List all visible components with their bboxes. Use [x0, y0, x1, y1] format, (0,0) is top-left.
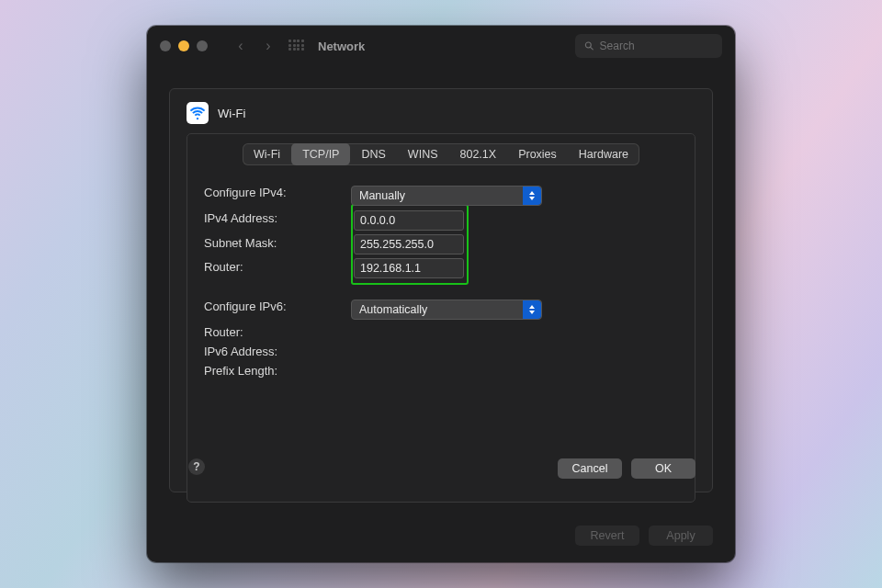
apply-button[interactable]: Apply: [649, 526, 713, 546]
prefix-length-value: [351, 364, 553, 378]
configure-ipv4-value: Manually: [359, 189, 405, 202]
chevron-updown-icon: [523, 300, 541, 319]
close-button[interactable]: [160, 40, 171, 51]
tab-8021x[interactable]: 802.1X: [449, 143, 508, 165]
ipv4-address-input[interactable]: [354, 210, 464, 231]
panel-header: Wi-Fi: [187, 102, 695, 124]
search-input[interactable]: [600, 40, 713, 52]
minimize-button[interactable]: [178, 40, 189, 51]
ipv6-address-label: IPv6 Address:: [204, 345, 342, 358]
traffic-lights: [160, 40, 208, 51]
back-button[interactable]: ‹: [232, 38, 250, 54]
router-v4-label: Router:: [204, 260, 342, 279]
panel-title: Wi-Fi: [218, 107, 245, 120]
show-all-icon[interactable]: [288, 40, 305, 52]
router-v6-label: Router:: [204, 325, 342, 339]
tab-wifi[interactable]: Wi-Fi: [243, 143, 291, 165]
forward-button[interactable]: ›: [259, 38, 277, 54]
search-icon: [584, 40, 594, 51]
configure-ipv6-select[interactable]: Automatically: [351, 300, 542, 320]
tab-proxies[interactable]: Proxies: [507, 143, 568, 165]
tab-hardware[interactable]: Hardware: [568, 143, 639, 165]
subnet-mask-input[interactable]: [354, 234, 464, 254]
tab-tcpip[interactable]: TCP/IP: [291, 143, 350, 165]
tab-dns[interactable]: DNS: [350, 143, 396, 165]
ipv6-address-value: [351, 345, 553, 358]
wifi-icon: [187, 102, 209, 124]
router-v4-input[interactable]: [354, 258, 464, 278]
zoom-button[interactable]: [197, 40, 208, 51]
advanced-panel: Wi-Fi Wi-Fi TCP/IP DNS WINS 802.1X Proxi…: [169, 88, 713, 492]
configure-ipv4-label: Configure IPv4:: [204, 186, 342, 206]
help-button[interactable]: ?: [188, 458, 205, 475]
search-field[interactable]: [575, 34, 722, 58]
svg-line-1: [591, 47, 594, 50]
tab-bar: Wi-Fi TCP/IP DNS WINS 802.1X Proxies Har…: [204, 143, 678, 165]
ipv4-highlight-box: [351, 204, 469, 285]
chevron-updown-icon: [523, 187, 541, 205]
configure-ipv4-select[interactable]: Manually: [351, 186, 542, 206]
revert-button[interactable]: Revert: [575, 526, 639, 546]
ok-button[interactable]: OK: [631, 458, 695, 479]
titlebar: ‹ › Network: [147, 26, 735, 66]
network-prefs-window: ‹ › Network Wi-Fi Wi-Fi TCP/IP DNS WIN: [147, 26, 735, 562]
inner-pane: Wi-Fi TCP/IP DNS WINS 802.1X Proxies Har…: [187, 133, 695, 503]
subnet-mask-label: Subnet Mask:: [204, 236, 342, 255]
configure-ipv6-value: Automatically: [359, 303, 427, 316]
tab-wins[interactable]: WINS: [397, 143, 449, 165]
cancel-button[interactable]: Cancel: [558, 458, 622, 479]
ipv4-address-label: IPv4 Address:: [204, 211, 342, 231]
window-title: Network: [318, 40, 365, 53]
router-v6-value: [351, 325, 553, 339]
prefix-length-label: Prefix Length:: [204, 364, 342, 378]
configure-ipv6-label: Configure IPv6:: [204, 300, 342, 320]
